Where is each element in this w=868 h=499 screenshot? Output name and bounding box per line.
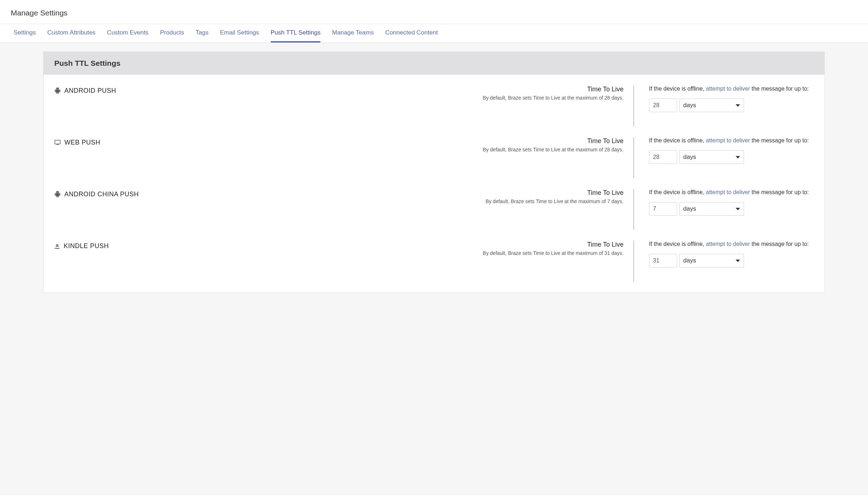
push-right: If the device is offline, attempt to del… [641,241,814,282]
ttl-unit-select[interactable]: days [679,254,744,267]
content-area: Push TTL Settings ANDROID PUSHTime To Li… [0,43,868,495]
push-left: aKINDLE PUSH [54,241,162,282]
attempt-deliver-link[interactable]: attempt to deliver [706,137,750,143]
tab-settings[interactable]: Settings [14,24,36,42]
push-mid: Time To LiveBy default, Braze sets Time … [169,137,634,178]
push-right: If the device is offline, attempt to del… [641,137,814,178]
push-right: If the device is offline, attempt to del… [641,189,814,230]
push-left: ANDROID CHINA PUSH [54,189,162,230]
unit-label: days [683,205,696,212]
deliver-text: If the device is offline, attempt to del… [649,86,814,92]
ttl-value-input[interactable] [649,254,677,267]
page-title: Manage Settings [0,0,868,24]
inputs-row: days [649,150,814,164]
push-row: WEB PUSHTime To LiveBy default, Braze se… [54,127,814,178]
push-name: KINDLE PUSH [64,242,109,250]
amazon-icon: a [54,242,60,249]
unit-label: days [683,154,696,161]
monitor-icon [54,139,61,146]
push-row: ANDROID PUSHTime To LiveBy default, Braz… [54,75,814,127]
android-icon [54,191,61,197]
ttl-description: By default, Braze sets Time to Live at t… [169,146,623,154]
attempt-deliver-link[interactable]: attempt to deliver [706,189,750,195]
push-mid: Time To LiveBy default, Braze sets Time … [169,86,634,127]
ttl-title: Time To Live [169,86,623,93]
ttl-description: By default, Braze sets Time to Live at t… [169,198,623,205]
push-mid: Time To LiveBy default, Braze sets Time … [169,241,634,282]
ttl-value-input[interactable] [649,99,677,112]
ttl-title: Time To Live [169,137,623,145]
attempt-deliver-link[interactable]: attempt to deliver [706,86,750,92]
unit-label: days [683,102,696,109]
push-name: ANDROID PUSH [64,87,116,95]
tabs-bar: SettingsCustom AttributesCustom EventsPr… [0,24,868,43]
caret-down-icon [736,156,740,159]
push-row: ANDROID CHINA PUSHTime To LiveBy default… [54,178,814,230]
push-name: WEB PUSH [64,139,100,146]
caret-down-icon [736,260,740,262]
ttl-unit-select[interactable]: days [679,150,744,164]
android-icon [54,87,61,94]
settings-panel: Push TTL Settings ANDROID PUSHTime To Li… [43,51,825,293]
push-row: aKINDLE PUSHTime To LiveBy default, Braz… [54,230,814,282]
inputs-row: days [649,99,814,112]
push-left: ANDROID PUSH [54,86,162,127]
attempt-deliver-link[interactable]: attempt to deliver [706,241,750,247]
inputs-row: days [649,254,814,267]
tab-manage-teams[interactable]: Manage Teams [332,24,374,42]
panel-header: Push TTL Settings [44,52,824,75]
inputs-row: days [649,202,814,216]
ttl-title: Time To Live [169,241,623,248]
unit-label: days [683,257,696,264]
tab-push-ttl-settings[interactable]: Push TTL Settings [271,24,321,42]
caret-down-icon [736,208,740,210]
tab-tags[interactable]: Tags [196,24,209,42]
deliver-text: If the device is offline, attempt to del… [649,137,814,144]
ttl-title: Time To Live [169,189,623,197]
tab-connected-content[interactable]: Connected Content [385,24,438,42]
ttl-description: By default, Braze sets Time to Live at t… [169,250,623,257]
ttl-unit-select[interactable]: days [679,99,744,112]
tab-custom-events[interactable]: Custom Events [107,24,149,42]
ttl-value-input[interactable] [649,202,677,216]
ttl-description: By default, Braze sets Time to Live at t… [169,95,623,102]
ttl-value-input[interactable] [649,150,677,164]
tab-custom-attributes[interactable]: Custom Attributes [47,24,95,42]
push-name: ANDROID CHINA PUSH [64,191,139,198]
deliver-text: If the device is offline, attempt to del… [649,241,814,247]
push-left: WEB PUSH [54,137,162,178]
deliver-text: If the device is offline, attempt to del… [649,189,814,196]
caret-down-icon [736,104,740,107]
ttl-unit-select[interactable]: days [679,202,744,216]
push-right: If the device is offline, attempt to del… [641,86,814,127]
tab-products[interactable]: Products [160,24,184,42]
push-mid: Time To LiveBy default, Braze sets Time … [169,189,634,230]
tab-email-settings[interactable]: Email Settings [220,24,259,42]
